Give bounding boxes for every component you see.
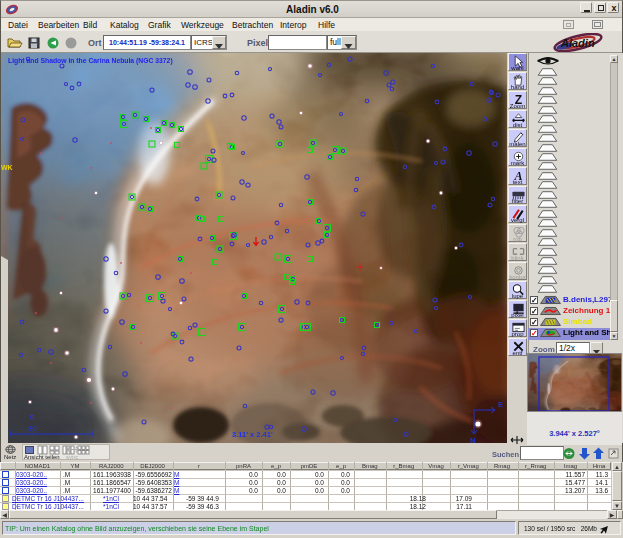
svg-text:Aladin: Aladin (560, 37, 595, 49)
svg-text:3.11' x 2.41': 3.11' x 2.41' (232, 430, 273, 439)
svg-text:30': 30' (28, 424, 38, 433)
svg-text:E: E (498, 400, 503, 409)
svg-text:N: N (470, 436, 475, 443)
svg-text:WK: WK (1, 164, 13, 171)
svg-text:Light and Shadow in the Carina: Light and Shadow in the Carina Nebula (N… (8, 57, 173, 65)
